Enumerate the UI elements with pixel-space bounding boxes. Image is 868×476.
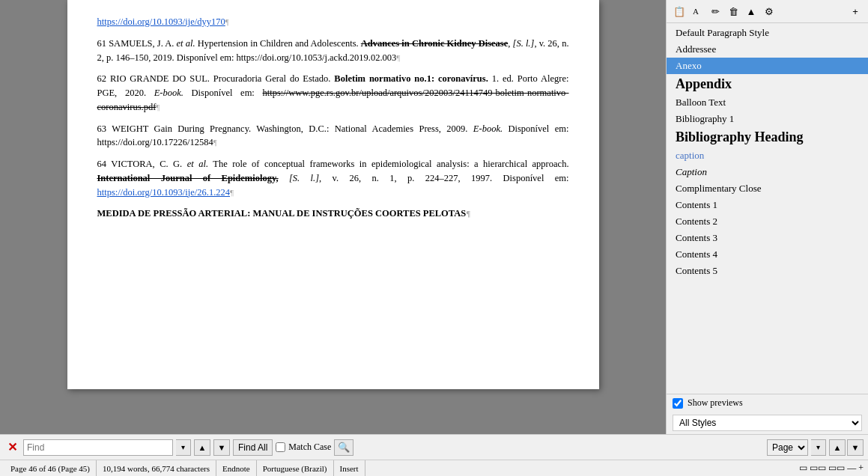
styles-sidebar: 📋 A ✏ 🗑 ▲ ⚙ + Default Paragraph Style Ad… <box>666 0 868 434</box>
ref-62: 62 RIO GRANDE DO SUL. Procuradoria Geral… <box>97 72 569 114</box>
ref-url[interactable]: https://doi.org/10.1093/ije/dyy170 <box>97 16 225 27</box>
new-style-button[interactable]: A <box>689 3 705 19</box>
insert-mode-section: Insert <box>334 460 365 476</box>
language-section: Portuguese (Brazil) <box>257 460 334 476</box>
style-item-bibliography1[interactable]: Bibliography 1 <box>667 111 868 127</box>
match-case-checkbox[interactable] <box>276 442 285 452</box>
style-item-anexo[interactable]: Anexo <box>667 58 868 74</box>
ref-et-al: et al. <box>177 38 195 49</box>
style-item-contents1[interactable]: Contents 1 <box>667 197 868 213</box>
find-scope-dropdown[interactable]: Page <box>767 439 808 456</box>
ref-63: 63 WEIGHT Gain During Pregnancy. Washing… <box>97 122 569 150</box>
find-other-options: Page ▾ ▲ ▼ <box>767 439 864 456</box>
style-filter-dropdown[interactable]: All Styles <box>673 415 862 431</box>
sidebar-dropdown-row: All Styles <box>667 412 868 434</box>
find-scope-dropdown-btn[interactable]: ▾ <box>811 439 826 456</box>
insert-mode-label: Insert <box>340 464 359 473</box>
style-item-balloon-text[interactable]: Balloon Text <box>667 94 868 111</box>
sidebar-toolbar: 📋 A ✏ 🗑 ▲ ⚙ + <box>667 0 868 23</box>
find-prev-button[interactable]: ▲ <box>194 439 210 456</box>
zoom-out-icon[interactable]: — <box>847 463 856 474</box>
word-count-section: 10,194 words, 66,774 characters <box>97 460 216 476</box>
find-icon-button[interactable]: 🔍 <box>334 439 353 456</box>
ref-journal-bold: Advances in Chronic Kidney Disease <box>361 38 508 49</box>
status-icons: ▭ ▭▭ ▭▭ — + <box>799 463 864 474</box>
find-page-up-button[interactable]: ▲ <box>829 439 846 456</box>
find-page-down-button[interactable]: ▼ <box>847 439 864 456</box>
word-count: 10,194 words, 66,774 characters <box>103 464 210 473</box>
style-item-bibliography-heading[interactable]: Bibliography Heading <box>667 127 868 147</box>
style-item-contents5[interactable]: Contents 5 <box>667 263 868 279</box>
style-item-caption-lower[interactable]: caption <box>667 147 868 164</box>
centered-title: MEDIDA DE PRESSÃO ARTERIAL: MANUAL DE IN… <box>97 207 569 221</box>
ref-64: 64 VICTORA, C. G. et al. The role of con… <box>97 157 569 199</box>
ref-ebook-63: E-book. <box>473 123 503 134</box>
view-web-icon[interactable]: ▭▭ <box>810 463 826 474</box>
zoom-in-icon[interactable]: + <box>858 463 864 474</box>
add-style-button[interactable]: + <box>847 3 864 19</box>
show-previews-label[interactable]: Show previews <box>688 397 743 409</box>
style-item-contents3[interactable]: Contents 3 <box>667 230 868 246</box>
find-page-nav: ▲ ▼ <box>829 439 864 456</box>
ref-url-64[interactable]: https://doi.org/10.1093/ije/26.1.224 <box>97 187 231 198</box>
view-book-icon[interactable]: ▭▭ <box>828 463 845 474</box>
style-item-contents2[interactable]: Contents 2 <box>667 213 868 230</box>
find-close-button[interactable]: ✕ <box>4 440 20 454</box>
find-input[interactable] <box>23 439 173 456</box>
ref-bold-title: Boletim normativo no.1: coronavírus. <box>334 73 488 84</box>
status-bar: Page 46 of 46 (Page 45) 10,194 words, 66… <box>0 460 868 476</box>
language-label: Portuguese (Brazil) <box>263 464 327 473</box>
document-page: https://doi.org/10.1093/ije/dyy170 61 SA… <box>67 0 599 389</box>
view-normal-icon[interactable]: ▭ <box>799 463 807 474</box>
find-all-button[interactable]: Find All <box>233 439 273 456</box>
ref-url-line: https://doi.org/10.1093/ije/dyy170 <box>97 15 569 29</box>
main-area: https://doi.org/10.1093/ije/dyy170 61 SA… <box>0 0 868 434</box>
style-catalog-button[interactable]: 📋 <box>671 3 688 19</box>
style-item-addressee[interactable]: Addressee <box>667 41 868 58</box>
find-toolbar: ✕ ▾ ▲ ▼ Find All Match Case 🔍 Page ▾ ▲ ▼ <box>0 434 868 460</box>
find-options-dropdown[interactable]: ▾ <box>176 439 191 456</box>
move-up-button[interactable]: ▲ <box>743 3 759 19</box>
styles-list: Default Paragraph Style Addressee Anexo … <box>667 23 868 394</box>
svg-text:A: A <box>693 7 699 16</box>
style-item-default-paragraph[interactable]: Default Paragraph Style <box>667 25 868 41</box>
show-previews-checkbox[interactable] <box>673 398 683 409</box>
endnote-section: Endnote <box>216 460 257 476</box>
document-area: https://doi.org/10.1093/ije/dyy170 61 SA… <box>0 0 666 434</box>
settings-button[interactable]: ⚙ <box>761 3 777 19</box>
style-item-caption-upper[interactable]: Caption <box>667 164 868 180</box>
ref-et-al-64: et al. <box>187 159 208 169</box>
ref-num: 63 WEIGHT Gain During Pregnancy. Washing… <box>97 123 569 148</box>
ref-num: 62 RIO GRANDE DO SUL. Procuradoria Geral… <box>97 73 569 112</box>
ref-num: 61 SAMUELS, J. A. et al. Hypertension in… <box>97 38 569 63</box>
style-item-complimentary[interactable]: Complimentary Close <box>667 180 868 197</box>
endnote-label: Endnote <box>222 464 250 473</box>
page-info: Page 46 of 46 (Page 45) <box>10 464 90 473</box>
style-item-appendix[interactable]: Appendix <box>667 74 868 94</box>
find-next-button[interactable]: ▼ <box>213 439 230 456</box>
match-case-label: Match Case <box>276 442 331 453</box>
ref-ebook: E-book. <box>154 88 183 98</box>
edit-style-button[interactable]: ✏ <box>707 3 723 19</box>
sidebar-footer: Show previews <box>667 394 868 412</box>
style-item-contents4[interactable]: Contents 4 <box>667 246 868 263</box>
delete-style-button[interactable]: 🗑 <box>725 3 741 19</box>
ref-61: 61 SAMUELS, J. A. et al. Hypertension in… <box>97 37 569 65</box>
ref-num: 64 VICTORA, C. G. et al. The role of con… <box>97 159 569 198</box>
page-info-section: Page 46 of 46 (Page 45) <box>4 460 97 476</box>
ref-journal-64: International Journal of Epidemiology, <box>97 173 279 183</box>
